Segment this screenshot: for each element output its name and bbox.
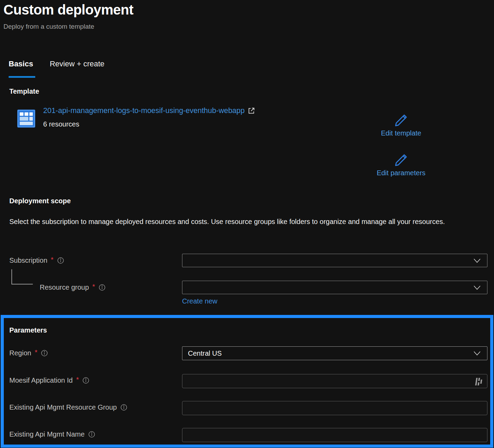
info-circle-icon[interactable]	[57, 257, 64, 264]
custom-deployment-blade: Custom deployment Deploy from a custom t…	[0, 0, 494, 448]
info-circle-icon[interactable]	[41, 349, 48, 357]
page-title: Custom deployment	[3, 2, 133, 18]
chevron-down-icon	[473, 258, 481, 263]
pencil-icon	[394, 113, 408, 128]
tab-basics[interactable]: Basics	[9, 59, 33, 68]
template-heading: Template	[9, 87, 39, 95]
template-resource-count: 6 resources	[43, 120, 79, 128]
active-tab-underline	[9, 76, 35, 78]
existing-api-mgmt-resource-group-label-row: Existing Api Mgmt Resource Group	[9, 403, 127, 411]
resource-group-dropdown[interactable]	[182, 281, 487, 294]
info-circle-icon[interactable]	[88, 431, 95, 438]
existing-api-mgmt-name-label: Existing Api Mgmt Name	[9, 430, 85, 438]
subscription-dropdown[interactable]	[182, 254, 487, 267]
region-label: Region	[9, 349, 31, 357]
region-label-row: Region *	[9, 349, 48, 357]
info-circle-icon[interactable]	[82, 377, 89, 384]
hierarchy-connector-vertical	[11, 269, 12, 284]
external-link-icon[interactable]	[248, 107, 255, 114]
required-marker: *	[92, 283, 95, 291]
moesif-application-id-label: Moesif Application Id	[9, 376, 73, 384]
existing-api-mgmt-name-input[interactable]	[182, 428, 487, 442]
template-grid-icon	[17, 110, 35, 128]
existing-api-mgmt-resource-group-input[interactable]	[182, 401, 487, 415]
resource-group-label: Resource group	[40, 283, 89, 291]
existing-api-mgmt-resource-group-label: Existing Api Mgmt Resource Group	[9, 403, 117, 411]
edit-parameters-label: Edit parameters	[377, 169, 425, 177]
region-dropdown[interactable]: Central US	[182, 346, 487, 360]
parameters-heading: Parameters	[9, 326, 47, 334]
create-new-link[interactable]: Create new	[182, 297, 217, 305]
required-marker: *	[51, 256, 54, 264]
region-value: Central US	[188, 349, 222, 357]
required-marker: *	[76, 376, 79, 384]
chevron-down-icon	[473, 351, 481, 356]
moesif-application-id-label-row: Moesif Application Id *	[9, 376, 89, 384]
template-link-row: 201-api-management-logs-to-moesif-using-…	[43, 106, 255, 115]
tab-bar: Basics Review + create	[9, 59, 104, 68]
deployment-scope-heading: Deployment scope	[9, 197, 71, 205]
required-marker: *	[35, 348, 37, 356]
subscription-label-row: Subscription *	[9, 256, 64, 264]
edit-parameters-button[interactable]: Edit parameters	[360, 152, 443, 177]
edit-template-label: Edit template	[381, 129, 421, 137]
pencil-icon	[394, 152, 408, 168]
resource-group-label-row: Resource group *	[40, 283, 106, 291]
histogram-icon	[475, 377, 484, 386]
tab-review-create[interactable]: Review + create	[50, 59, 104, 68]
info-circle-icon[interactable]	[98, 284, 106, 291]
edit-template-button[interactable]: Edit template	[360, 113, 443, 137]
page-subtitle: Deploy from a custom template	[3, 23, 94, 30]
chevron-down-icon	[473, 285, 481, 290]
moesif-application-id-input[interactable]	[182, 374, 487, 388]
hierarchy-connector-horizontal	[11, 284, 33, 284]
deployment-scope-description: Select the subscription to manage deploy…	[9, 216, 465, 227]
info-circle-icon[interactable]	[120, 404, 127, 411]
existing-api-mgmt-name-label-row: Existing Api Mgmt Name	[9, 430, 95, 438]
subscription-label: Subscription	[9, 256, 47, 264]
template-link[interactable]: 201-api-management-logs-to-moesif-using-…	[43, 106, 245, 115]
